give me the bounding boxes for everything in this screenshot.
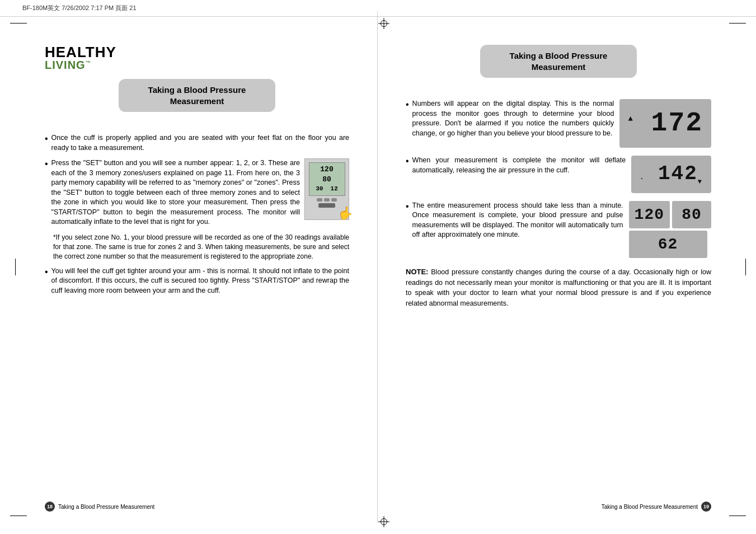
device-image: 120 80 30 12 👆: [304, 158, 349, 220]
bullet-content-3: You will feel the cuff get tighter aroun…: [51, 266, 349, 296]
right-bullet-dot-2: •: [406, 156, 409, 166]
device-image-wrapper: 120 80 30 12 👆: [304, 158, 349, 220]
bullet-dot-2: •: [45, 158, 48, 227]
device-hand-icon: 👆: [338, 205, 353, 222]
device-buttons: [317, 198, 337, 202]
left-page-label: Taking a Blood Pressure Measurement: [58, 504, 154, 510]
display-row-top: 120 80: [629, 201, 711, 228]
bullet-content-1: Once the cuff is properly applied and yo…: [51, 133, 349, 153]
display-row-bottom: 62: [629, 231, 711, 258]
right-bullet-text-3: The entire measurement process should ta…: [412, 201, 623, 240]
arrow-up-icon: ▲: [628, 114, 633, 123]
right-page-label: Taking a Blood Pressure Measurement: [602, 504, 698, 510]
display-80: 80: [672, 201, 711, 228]
left-bullet-2: • 120 80 30 12: [45, 158, 349, 227]
right-bullet-text-1: Numbers will appear on the digital displ…: [412, 99, 614, 138]
bullet-dot-1: •: [45, 133, 48, 153]
right-page-number: 19: [701, 502, 711, 512]
left-section-title-box: Taking a Blood PressureMeasurement: [119, 79, 275, 112]
right-bullet-dot-3: •: [406, 201, 409, 212]
right-section-title: Taking a Blood PressureMeasurement: [491, 50, 626, 72]
dot-mark: .: [640, 174, 645, 181]
left-bullet-3: • You will feel the cuff get tighter aro…: [45, 266, 349, 296]
left-page-number: 18: [45, 502, 55, 512]
screen-row3: 30 12: [316, 185, 338, 193]
right-bullet-text-2: When your measurement is complete the mo…: [412, 156, 626, 175]
double-display: 120 80 62: [629, 201, 711, 258]
bullet-dot-3: •: [45, 266, 48, 296]
indented-note: *If you select zone No. 1, your blood pr…: [53, 233, 349, 262]
left-bullet-1: • Once the cuff is properly applied and …: [45, 133, 349, 153]
arrow-down-icon: ▼: [698, 178, 703, 186]
logo-tm: ™: [86, 60, 91, 65]
note-label: NOTE:: [406, 268, 428, 276]
right-bullet-3: • The entire measurement process should …: [406, 201, 711, 258]
right-page-footer: Taking a Blood Pressure Measurement 19: [602, 502, 711, 512]
right-bullet-1: • Numbers will appear on the digital dis…: [406, 99, 711, 148]
right-bullet-dot-1: •: [406, 99, 409, 110]
logo-area: HEALTHY LIVING™: [45, 45, 349, 71]
logo-living: LIVING™: [45, 59, 349, 71]
bullet-content-2: 120 80 30 12 👆: [51, 158, 349, 227]
page-spread: BF-180M英文 7/26/2002 7:17 PM 頁面 21 HEALTH…: [0, 0, 756, 534]
device-btn-2: [324, 198, 330, 202]
logo-healthy: HEALTHY: [45, 45, 349, 59]
device-screen: 120 80 30 12: [309, 162, 345, 196]
left-page-footer: 18 Taking a Blood Pressure Measurement: [45, 502, 154, 512]
left-page: HEALTHY LIVING™ Taking a Blood PressureM…: [0, 11, 378, 523]
right-page: Taking a Blood PressureMeasurement • Num…: [378, 11, 756, 523]
left-section-title: Taking a Blood PressureMeasurement: [130, 85, 264, 106]
display-120: 120: [629, 201, 670, 228]
note-section: NOTE: Blood pressure constantly changes …: [406, 266, 711, 309]
device-btn-1: [317, 198, 322, 202]
screen-row1: 120: [320, 165, 333, 175]
display-172: ▲ 172: [619, 99, 711, 148]
device-btn-large: [318, 203, 335, 208]
right-bullet-2: • When your measurement is complete the …: [406, 156, 711, 193]
display-142: . 142▼: [631, 156, 711, 193]
note-text: Blood pressure constantly changes during…: [406, 268, 711, 307]
left-title-wrapper: Taking a Blood PressureMeasurement: [45, 79, 349, 123]
right-title-wrapper: Taking a Blood PressureMeasurement: [406, 45, 711, 89]
right-section-title-box: Taking a Blood PressureMeasurement: [480, 45, 637, 78]
screen-row2: 80: [322, 175, 331, 185]
display-62: 62: [629, 231, 707, 258]
device-btn-3: [331, 198, 337, 202]
